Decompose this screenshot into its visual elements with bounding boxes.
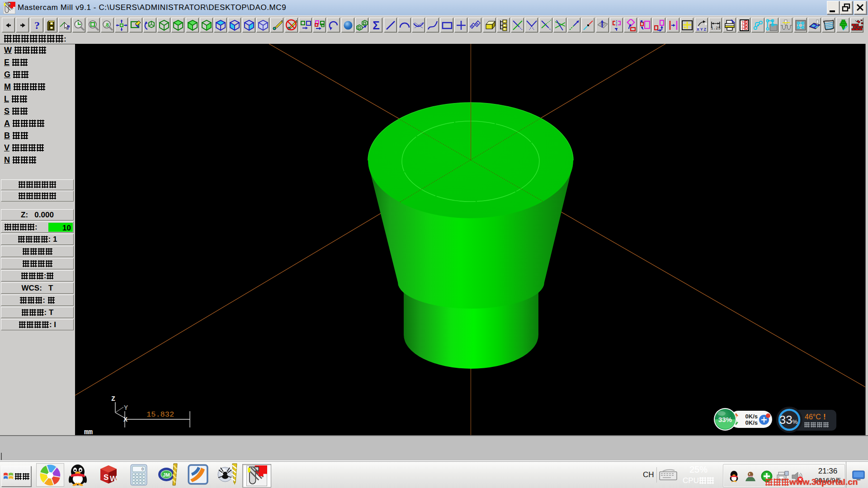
svg-text:JM: JM <box>163 472 170 478</box>
svg-text:0K/s: 0K/s <box>745 419 758 426</box>
svg-text:Σ: Σ <box>373 19 380 32</box>
svg-text:Y: Y <box>124 404 128 412</box>
svg-text:?: ? <box>34 19 40 31</box>
svg-text:?: ? <box>741 27 744 31</box>
svg-text:1.25: 1.25 <box>711 26 721 31</box>
svg-text:mm: mm <box>84 428 93 435</box>
svg-text:33%: 33% <box>718 416 732 423</box>
svg-text:15.832: 15.832 <box>146 410 174 419</box>
svg-text:X: X <box>123 416 127 424</box>
svg-text:X Y Z: X Y Z <box>697 27 706 32</box>
svg-text:46°C: 46°C <box>805 413 821 421</box>
svg-text:0: 0 <box>142 467 144 471</box>
svg-text:?: ? <box>66 24 70 31</box>
svg-text:0K/s: 0K/s <box>745 413 758 420</box>
svg-text:W: W <box>110 474 118 483</box>
svg-text:Z: Z <box>111 395 115 403</box>
svg-text:!: ! <box>823 413 826 421</box>
svg-text:S: S <box>104 473 108 482</box>
svg-text:.8: .8 <box>104 22 108 28</box>
